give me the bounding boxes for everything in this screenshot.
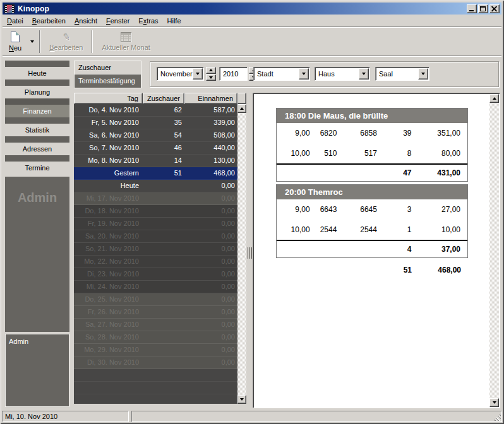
cell-tag: Mo, 29. Nov 2010 [74, 344, 143, 356]
table-row[interactable] [74, 369, 237, 382]
cell-zuschauer [143, 192, 184, 204]
scroll-up-button[interactable] [237, 104, 246, 113]
minimize-button[interactable] [467, 4, 477, 13]
table-row[interactable]: Mo, 8. Nov 2010 14 130,00 [74, 155, 237, 167]
scroll-down-button[interactable] [489, 398, 499, 407]
month-combobox-arrow-button[interactable] [193, 68, 203, 80]
admin-subpanel-label: Admin [6, 334, 69, 345]
table-row[interactable]: Heute 0,00 [74, 180, 237, 192]
view-tab[interactable]: Terminbestätigung [75, 74, 141, 88]
table-row[interactable]: Mo, 22. Nov 2010 0,00 [74, 256, 237, 268]
cell-ticket-to: 6858 [337, 123, 377, 143]
month-combobox[interactable]: November [157, 67, 204, 81]
column-header-zuschauer[interactable]: Zuschauer [143, 93, 184, 104]
table-row[interactable] [74, 382, 237, 394]
saal-combobox[interactable]: Saal [375, 67, 429, 81]
table-row[interactable]: Do, 4. Nov 2010 62 587,00 [74, 104, 237, 117]
splitter-handle[interactable] [248, 247, 253, 259]
cell-ticket-from: 510 [310, 143, 337, 163]
table-row[interactable]: So, 28. Nov 2010 0,00 [74, 331, 237, 344]
table-row[interactable]: Do, 18. Nov 2010 0,00 [74, 205, 237, 218]
menu-item[interactable]: Datei [3, 16, 28, 26]
menu-item[interactable]: Extras [134, 16, 162, 26]
menu-item[interactable]: Fenster [102, 16, 134, 26]
toolbar-separator [92, 30, 93, 53]
screening-card-2-title: 20:00 Themroc [277, 185, 467, 199]
app-icon [4, 4, 15, 13]
table-row[interactable]: Mi, 17. Nov 2010 0,00 [74, 192, 237, 205]
neu-dropdown-button[interactable] [28, 29, 37, 54]
table-row[interactable]: Mo, 29. Nov 2010 0,00 [74, 344, 237, 356]
cell-tag [74, 369, 143, 381]
month-spin-up-button[interactable] [206, 67, 216, 74]
sidebar-item-divider [5, 80, 69, 86]
menu-label-mnemonic: F [106, 17, 111, 25]
maximize-button[interactable] [478, 4, 488, 13]
cell-zuschauer [143, 369, 184, 381]
table-row[interactable]: Fr, 26. Nov 2010 0,00 [74, 306, 237, 319]
menu-label-mnemonic: B [32, 17, 37, 25]
chevron-down-icon [240, 398, 244, 401]
column-header-einnahmen[interactable]: Einnahmen [184, 93, 237, 104]
stadt-combobox-arrow-button[interactable] [299, 68, 309, 80]
table-row[interactable]: Do, 25. Nov 2010 0,00 [74, 293, 237, 306]
screening-card-2-body: 9,00 6643 6645 3 27,00 10,00 2544 2544 1… [277, 199, 467, 257]
card-total-row: 4 37,00 [277, 240, 467, 257]
year-field[interactable]: 2010 [219, 67, 248, 81]
menu-item[interactable]: Hilfe [163, 16, 186, 26]
scroll-down-button[interactable] [237, 395, 246, 404]
minimize-icon [469, 10, 474, 11]
screening-card-1: 18:00 Die Maus, die brüllte 9,00 6820 68… [276, 108, 468, 182]
sidebar-item[interactable]: Planung [5, 80, 69, 98]
table-row[interactable]: Sa, 6. Nov 2010 54 508,00 [74, 129, 237, 142]
chevron-down-icon [30, 40, 34, 43]
cell-tag: So, 21. Nov 2010 [74, 243, 143, 255]
table-row[interactable]: So, 21. Nov 2010 0,00 [74, 243, 237, 256]
month-spin-down-button[interactable] [206, 74, 216, 81]
cell-tag: Mi, 24. Nov 2010 [74, 281, 143, 293]
table-row[interactable]: Sa, 20. Nov 2010 0,00 [74, 230, 237, 243]
cell-zuschauer [143, 281, 184, 293]
table-row[interactable]: Di, 30. Nov 2010 0,00 [74, 356, 237, 369]
stadt-combobox[interactable]: Stadt [253, 67, 310, 81]
cell-amount: 27,00 [412, 199, 460, 220]
table-row[interactable]: Di, 23. Nov 2010 0,00 [74, 268, 237, 281]
table-row[interactable]: Sa, 27. Nov 2010 0,00 [74, 319, 237, 331]
table-row[interactable]: Gestern 51 468,00 [74, 167, 237, 180]
table-row[interactable] [74, 394, 237, 404]
finance-table: Tag Zuschauer Einnahmen Do, 4. Nov 2010 … [74, 93, 246, 404]
cell-tag [74, 394, 143, 404]
sidebar-item[interactable]: Statistik [5, 117, 69, 136]
titlebar[interactable]: Kinopop [3, 3, 501, 15]
close-button[interactable] [489, 4, 500, 13]
cell-einnahmen [184, 382, 237, 394]
sidebar-item[interactable]: Heute [5, 61, 69, 80]
cell-einnahmen: 0,00 [184, 306, 237, 318]
sidebar-item[interactable]: Termine [5, 155, 69, 174]
detail-scrollbar[interactable] [489, 94, 499, 407]
table-body: Do, 4. Nov 2010 62 587,00 Fr, 5. Nov 201… [74, 104, 237, 404]
column-header-tag[interactable]: Tag [74, 93, 143, 104]
bearbeiten-button: ✎ Bearbeiten [43, 29, 89, 54]
table-row[interactable]: So, 7. Nov 2010 46 440,00 [74, 142, 237, 155]
cell-tag: Sa, 27. Nov 2010 [74, 319, 143, 331]
view-tab[interactable]: Zuschauer [75, 61, 141, 74]
sidebar-item[interactable]: Adressen [5, 136, 69, 155]
cell-tag: Do, 25. Nov 2010 [74, 293, 143, 305]
status-date-panel: Mi, 10. Nov 2010 [2, 411, 129, 422]
table-row[interactable]: Fr, 19. Nov 2010 0,00 [74, 218, 237, 230]
cell-zuschauer [143, 356, 184, 368]
haus-combobox[interactable]: Haus [315, 67, 370, 81]
sidebar-item[interactable]: Finanzen [5, 98, 69, 117]
menu-item[interactable]: Ansicht [70, 16, 102, 26]
table-row[interactable]: Mi, 24. Nov 2010 0,00 [74, 281, 237, 293]
resize-grip[interactable] [493, 413, 501, 421]
table-row[interactable]: Fr, 5. Nov 2010 35 339,00 [74, 117, 237, 129]
scroll-up-button[interactable] [489, 94, 499, 103]
menu-item[interactable]: Bearbeiten [28, 16, 70, 26]
haus-combobox-arrow-button[interactable] [359, 68, 369, 80]
saal-combobox-arrow-button[interactable] [418, 68, 428, 80]
sidebar-item-divider [5, 61, 69, 67]
table-scrollbar[interactable] [237, 104, 246, 404]
neu-button[interactable]: Neu [3, 29, 28, 54]
